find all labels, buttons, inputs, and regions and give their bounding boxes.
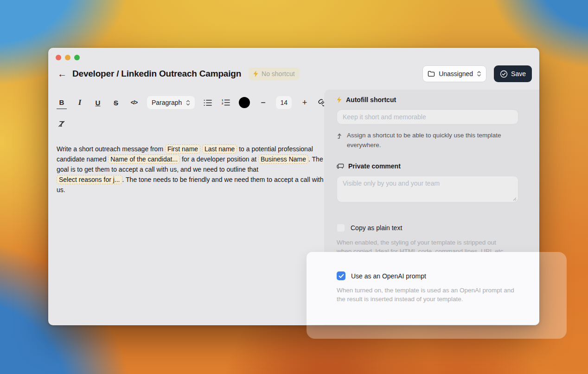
save-button[interactable]: Save: [494, 65, 532, 82]
template-token[interactable]: Business Name: [258, 155, 308, 164]
zoom-window-button[interactable]: [74, 55, 80, 60]
window-header: ← Developer / Linkedin Outreach Campaign…: [56, 64, 532, 83]
decrease-font-size-button[interactable]: −: [258, 96, 268, 109]
close-window-button[interactable]: [56, 55, 61, 60]
shortcut-badge-label: No shortcut: [262, 70, 295, 77]
shortcut-badge: No shortcut: [249, 67, 300, 80]
private-comment-textarea[interactable]: [337, 176, 518, 202]
speech-bubbles-icon: [337, 163, 344, 169]
lightning-bolt-icon: [337, 97, 342, 103]
folder-select[interactable]: Unassigned: [422, 65, 486, 82]
paragraph-style-select[interactable]: Paragraph: [147, 96, 195, 109]
save-button-label: Save: [511, 70, 526, 77]
bold-button[interactable]: B: [57, 96, 67, 109]
autofill-shortcut-heading: Autofill shortcut: [337, 96, 527, 103]
template-token[interactable]: Name of the candidat...: [108, 155, 180, 164]
page-title: Developer / Linkedin Outreach Campaign: [72, 69, 241, 79]
openai-spotlight-card: Use as an OpenAI prompt When turned on, …: [307, 252, 539, 325]
text-color-button[interactable]: [239, 97, 250, 108]
template-token[interactable]: First name: [165, 144, 200, 154]
numbered-list-button[interactable]: 1 2: [221, 96, 231, 109]
code-button[interactable]: </>: [129, 96, 139, 109]
traffic-lights: [56, 55, 80, 60]
paragraph-style-value: Paragraph: [152, 99, 182, 106]
resize-handle[interactable]: [512, 197, 517, 201]
template-token[interactable]: Last name: [202, 144, 237, 154]
bullet-list-button[interactable]: [203, 96, 213, 109]
turn-up-arrow-icon: [337, 132, 342, 139]
chevron-up-down-icon: [186, 99, 190, 106]
svg-text:2: 2: [222, 102, 224, 105]
folder-select-value: Unassigned: [439, 70, 473, 77]
private-comment-title: Private comment: [348, 162, 401, 170]
openai-label: Use as an OpenAI prompt: [351, 272, 426, 280]
openai-description: When turned on, the template is used as …: [337, 286, 518, 303]
strikethrough-button[interactable]: S: [111, 96, 121, 109]
minimize-window-button[interactable]: [65, 55, 70, 60]
editor-content: Write a short outreach message from Firs…: [57, 144, 327, 195]
plain-text-row: Copy as plain text: [337, 224, 527, 232]
check-circle-icon: [500, 70, 508, 78]
increase-font-size-button[interactable]: +: [300, 96, 310, 109]
template-editor[interactable]: Write a short outreach message from Firs…: [57, 144, 327, 195]
plain-text-checkbox[interactable]: [337, 224, 345, 232]
folder-icon: [428, 71, 435, 77]
shortcut-input[interactable]: [337, 110, 518, 124]
font-size-value[interactable]: 14: [276, 96, 292, 109]
svg-text:1: 1: [222, 99, 224, 102]
autofill-shortcut-title: Autofill shortcut: [346, 96, 396, 103]
shortcut-hint-text: Assign a shortcut to be able to quickly …: [347, 130, 507, 150]
lightning-bolt-icon: [253, 71, 258, 77]
chevron-up-down-icon: [477, 70, 481, 77]
clear-formatting-button[interactable]: [57, 117, 67, 130]
formatting-toolbar: B I U S </> Paragraph 1 2: [57, 96, 335, 130]
openai-row: Use as an OpenAI prompt: [337, 271, 539, 280]
private-comment-heading: Private comment: [337, 162, 527, 170]
template-token[interactable]: Select reasons for j...: [57, 175, 122, 184]
back-button[interactable]: ←: [56, 67, 69, 80]
italic-button[interactable]: I: [75, 96, 85, 109]
plain-text-label: Copy as plain text: [351, 224, 402, 232]
shortcut-hint: Assign a shortcut to be able to quickly …: [337, 130, 507, 150]
openai-checkbox[interactable]: [337, 271, 345, 280]
underline-button[interactable]: U: [93, 96, 103, 109]
